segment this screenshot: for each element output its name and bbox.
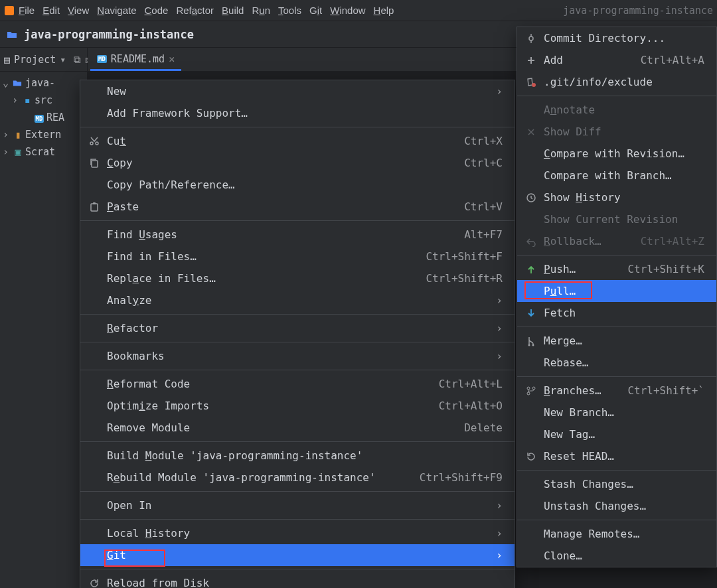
tree-label: REA xyxy=(46,111,64,123)
ctx-bookmarks[interactable]: Bookmarks› xyxy=(80,345,515,367)
menu-edit[interactable]: Edit xyxy=(42,5,60,16)
menu-window[interactable]: Window xyxy=(330,5,365,16)
menu-tools[interactable]: Tools xyxy=(278,5,301,16)
shortcut: Ctrl+Alt+O xyxy=(439,400,503,412)
ctx-optimize-imports[interactable]: Optimize ImportsCtrl+Alt+O xyxy=(80,395,515,417)
project-tool-window: ▤ Project ▾ ⧉ ⧈ — ⌄ java- ›▪ src MD REA xyxy=(0,48,88,588)
tree-project-root[interactable]: ⌄ java- xyxy=(0,74,87,92)
menu-refactor[interactable]: Refactor xyxy=(176,5,214,16)
menu-item-label: Paste xyxy=(107,200,139,213)
menu-build[interactable]: Build xyxy=(222,5,244,16)
menu-item-label: Branches… xyxy=(544,384,601,397)
menu-code[interactable]: Code xyxy=(145,5,169,16)
ctx-copy[interactable]: CopyCtrl+C xyxy=(80,152,515,174)
breadcrumb[interactable]: java-programming-instance xyxy=(24,28,194,41)
chevron-down-icon[interactable]: ▾ xyxy=(60,54,66,66)
copy-icon xyxy=(88,158,100,169)
tree-readme[interactable]: MD REA xyxy=(0,109,87,126)
ctx-local-history[interactable]: Local History› xyxy=(80,522,515,544)
git-rebase[interactable]: Rebase… xyxy=(517,352,716,374)
ctx-reload-from-disk[interactable]: Reload from Disk xyxy=(80,572,515,588)
shortcut: Ctrl+X xyxy=(464,135,503,147)
git-pull[interactable]: Pull… xyxy=(517,280,716,302)
ctx-open-in[interactable]: Open In› xyxy=(80,494,515,516)
git-commit-directory[interactable]: Commit Directory... xyxy=(517,27,716,49)
window-title: java-programming-instance xyxy=(563,5,713,17)
tab-readme[interactable]: MD README.md ✕ xyxy=(90,49,181,71)
expand-icon[interactable]: ⧉ xyxy=(74,54,81,66)
git-show-history[interactable]: Show History xyxy=(517,186,716,208)
git-reset-head[interactable]: Reset HEAD… xyxy=(517,445,716,467)
git-git-info-exclude[interactable]: .git/info/exclude xyxy=(517,71,716,93)
ctx-copy-path-reference[interactable]: Copy Path/Reference… xyxy=(80,174,515,196)
ctx-cut[interactable]: CutCtrl+X xyxy=(80,130,515,152)
menu-view[interactable]: View xyxy=(68,5,89,16)
menu-item-label: Compare with Branch… xyxy=(544,169,672,182)
git-annotate: Annotate xyxy=(517,99,716,121)
git-compare-with-branch[interactable]: Compare with Branch… xyxy=(517,165,716,186)
ctx-reformat-code[interactable]: Reformat CodeCtrl+Alt+L xyxy=(80,373,515,395)
git-add[interactable]: AddCtrl+Alt+A xyxy=(517,49,716,71)
git-unstash-changes[interactable]: Unstash Changes… xyxy=(517,495,716,517)
exclude-icon xyxy=(525,77,537,88)
menu-navigate[interactable]: Navigate xyxy=(97,5,136,16)
menu-git[interactable]: Git xyxy=(309,5,322,16)
tree-label: Extern xyxy=(25,129,61,141)
ctx-find-in-files[interactable]: Find in Files…Ctrl+Shift+F xyxy=(80,246,515,267)
menu-item-label: Push… xyxy=(544,263,576,275)
menu-item-label: .git/info/exclude xyxy=(544,76,653,88)
tree-label: src xyxy=(35,94,52,106)
menu-item-label: Find Usages xyxy=(107,228,177,241)
menu-item-label: Reload from Disk xyxy=(107,577,209,588)
tree-external[interactable]: ›▮ Extern xyxy=(0,126,87,143)
menu-item-label: New xyxy=(107,85,126,98)
git-push[interactable]: Push…Ctrl+Shift+K xyxy=(517,258,716,280)
history-icon xyxy=(525,192,537,203)
tree-scratches[interactable]: ›▣ Scrat xyxy=(0,143,87,161)
menu-item-label: Git xyxy=(107,549,126,561)
shortcut: Ctrl+Shift+` xyxy=(627,384,704,397)
branch-icon xyxy=(525,386,537,396)
ctx-rebuild-module-java-programming-instance[interactable]: Rebuild Module 'java-programming-instanc… xyxy=(80,467,515,488)
tree-label: Scrat xyxy=(25,146,55,158)
git-show-current-revision: Show Current Revision xyxy=(517,208,716,230)
git-new-tag[interactable]: New Tag… xyxy=(517,423,716,445)
menu-item-label: Clone… xyxy=(544,550,582,562)
git-merge[interactable]: Merge… xyxy=(517,330,716,352)
menu-item-label: Unstash Changes… xyxy=(544,500,646,512)
git-fetch[interactable]: Fetch xyxy=(517,302,716,324)
menu-item-label: Find in Files… xyxy=(107,250,197,263)
git-clone[interactable]: Clone… xyxy=(517,545,716,567)
menu-file[interactable]: File xyxy=(19,5,35,16)
toolwindow-label[interactable]: Project xyxy=(14,54,56,66)
tree-src[interactable]: ›▪ src xyxy=(0,92,87,109)
ctx-new[interactable]: New› xyxy=(80,80,515,102)
git-manage-remotes[interactable]: Manage Remotes… xyxy=(517,523,716,545)
chevron-right-icon: › xyxy=(495,294,503,307)
add-icon xyxy=(525,55,537,66)
ctx-git[interactable]: Git› xyxy=(80,544,515,566)
menu-help[interactable]: Help xyxy=(374,5,394,16)
ctx-refactor[interactable]: Refactor› xyxy=(80,317,515,339)
menu-item-label: Bookmarks xyxy=(107,350,165,362)
ctx-paste[interactable]: PasteCtrl+V xyxy=(80,196,515,218)
menu-item-label: Refactor xyxy=(107,322,158,334)
project-tree[interactable]: ⌄ java- ›▪ src MD REA ›▮ Extern ›▣ Scrat xyxy=(0,72,87,163)
git-branches[interactable]: Branches…Ctrl+Shift+` xyxy=(517,380,716,402)
git-stash-changes[interactable]: Stash Changes… xyxy=(517,473,716,495)
menu-item-label: Add xyxy=(544,54,563,66)
ctx-analyze[interactable]: Analyze› xyxy=(80,289,515,311)
menu-item-label: Manage Remotes… xyxy=(544,528,640,540)
ctx-replace-in-files[interactable]: Replace in Files…Ctrl+Shift+R xyxy=(80,267,515,289)
git-new-branch[interactable]: New Branch… xyxy=(517,402,716,423)
close-icon[interactable]: ✕ xyxy=(169,53,175,65)
ctx-find-usages[interactable]: Find UsagesAlt+F7 xyxy=(80,224,515,246)
ctx-add-framework-support[interactable]: Add Framework Support… xyxy=(80,102,515,124)
menu-item-label: Add Framework Support… xyxy=(107,107,248,119)
menu-run[interactable]: Run xyxy=(252,5,270,16)
shortcut: Ctrl+Alt+Z xyxy=(641,235,704,248)
ctx-build-module-java-programming-instance[interactable]: Build Module 'java-programming-instance' xyxy=(80,445,515,467)
git-compare-with-revision[interactable]: Compare with Revision… xyxy=(517,143,716,165)
ctx-remove-module[interactable]: Remove ModuleDelete xyxy=(80,417,515,439)
menu-item-label: Rebuild Module 'java-programming-instanc… xyxy=(107,471,376,484)
